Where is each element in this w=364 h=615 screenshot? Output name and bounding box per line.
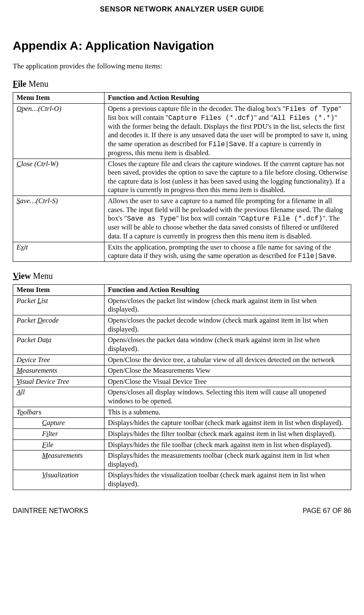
menu-desc-cell: Displays/hides the file toolbar (check m… <box>104 439 351 451</box>
menu-desc-cell: Displays/hides the visualization toolbar… <box>104 470 351 490</box>
menu-desc-cell: Opens/closes all display windows. Select… <box>104 387 351 407</box>
table-row: Packet DataOpens/closes the packet data … <box>13 335 351 354</box>
file-menu-table: Menu Item Function and Action Resulting … <box>13 92 351 262</box>
table-row: Open…(Ctrl-O)Opens a previous capture fi… <box>13 103 351 159</box>
document-header: SENSOR NETWORK ANALYZER USER GUIDE <box>13 5 351 14</box>
footer-right: PAGE 67 OF 86 <box>303 507 351 515</box>
column-header-desc: Function and Action Resulting <box>104 285 351 296</box>
menu-item-cell: Visual Device Tree <box>13 376 104 387</box>
menu-desc-cell: Open/Close the Visual Device Tree <box>104 376 351 387</box>
menu-item-cell: Device Tree <box>13 354 104 366</box>
table-row: Save…(Ctrl-S)Allows the user to save a c… <box>13 196 351 242</box>
page-footer: DAINTREE NETWORKS PAGE 67 OF 86 <box>13 507 351 515</box>
table-row: ToolbarsThis is a submenu. <box>13 407 351 418</box>
menu-item-cell: Filter <box>13 428 104 439</box>
table-row: Close (Ctrl-W)Closes the capture file an… <box>13 159 351 196</box>
menu-desc-cell: Opens/closes the packet decode window (c… <box>104 315 351 335</box>
menu-item-cell: Save…(Ctrl-S) <box>13 196 104 242</box>
file-menu-heading: File Menu <box>13 79 351 89</box>
footer-left: DAINTREE NETWORKS <box>13 507 88 515</box>
menu-desc-cell: This is a submenu. <box>104 407 351 418</box>
table-row: FileDisplays/hides the file toolbar (che… <box>13 439 351 451</box>
menu-item-cell: Measurements <box>13 366 104 377</box>
menu-desc-cell: Displays/hides the filter toolbar (check… <box>104 428 351 439</box>
menu-desc-cell: Open/Close the Measurements View <box>104 366 351 377</box>
menu-desc-cell: Opens a previous capture file in the dec… <box>104 103 351 159</box>
menu-item-cell: Packet Data <box>13 335 104 354</box>
menu-item-cell: Packet Decode <box>13 315 104 335</box>
view-menu-heading: View Menu <box>13 271 351 281</box>
menu-item-cell: File <box>13 439 104 451</box>
menu-desc-cell: Displays/hides the capture toolbar (chec… <box>104 418 351 429</box>
table-row: MeasurementsDisplays/hides the measureme… <box>13 451 351 470</box>
table-row: Device TreeOpen/Close the device tree, a… <box>13 354 351 366</box>
table-row: VisualizationDisplays/hides the visualiz… <box>13 470 351 490</box>
table-row: CaptureDisplays/hides the capture toolba… <box>13 418 351 429</box>
menu-item-cell: Packet List <box>13 295 104 315</box>
menu-item-cell: Toolbars <box>13 407 104 418</box>
menu-item-cell: Visualization <box>13 470 104 490</box>
table-row: MeasurementsOpen/Close the Measurements … <box>13 366 351 377</box>
column-header-desc: Function and Action Resulting <box>104 93 351 104</box>
table-row: AllOpens/closes all display windows. Sel… <box>13 387 351 407</box>
menu-desc-cell: Open/Close the device tree, a tabular vi… <box>104 354 351 366</box>
column-header-item: Menu Item <box>13 285 104 296</box>
table-row: Packet DecodeOpens/closes the packet dec… <box>13 315 351 335</box>
table-row: FilterDisplays/hides the filter toolbar … <box>13 428 351 439</box>
table-row: ExitExits the application, prompting the… <box>13 242 351 262</box>
menu-desc-cell: Allows the user to save a capture to a n… <box>104 196 351 242</box>
menu-desc-cell: Opens/closes the packet list window (che… <box>104 295 351 315</box>
table-row: Packet ListOpens/closes the packet list … <box>13 295 351 315</box>
view-menu-table: Menu Item Function and Action Resulting … <box>13 284 351 490</box>
menu-item-cell: Capture <box>13 418 104 429</box>
menu-desc-cell: Closes the capture file and clears the c… <box>104 159 351 196</box>
menu-item-cell: Exit <box>13 242 104 262</box>
menu-item-cell: All <box>13 387 104 407</box>
menu-item-cell: Close (Ctrl-W) <box>13 159 104 196</box>
menu-desc-cell: Opens/closes the packet data window (che… <box>104 335 351 354</box>
page-title: Appendix A: Application Navigation <box>13 39 351 53</box>
table-row: Visual Device TreeOpen/Close the Visual … <box>13 376 351 387</box>
menu-item-cell: Open…(Ctrl-O) <box>13 103 104 159</box>
menu-desc-cell: Exits the application, prompting the use… <box>104 242 351 262</box>
intro-text: The application provides the following m… <box>13 62 351 71</box>
menu-item-cell: Measurements <box>13 451 104 470</box>
column-header-item: Menu Item <box>13 93 104 104</box>
menu-desc-cell: Displays/hides the measurements toolbar … <box>104 451 351 470</box>
